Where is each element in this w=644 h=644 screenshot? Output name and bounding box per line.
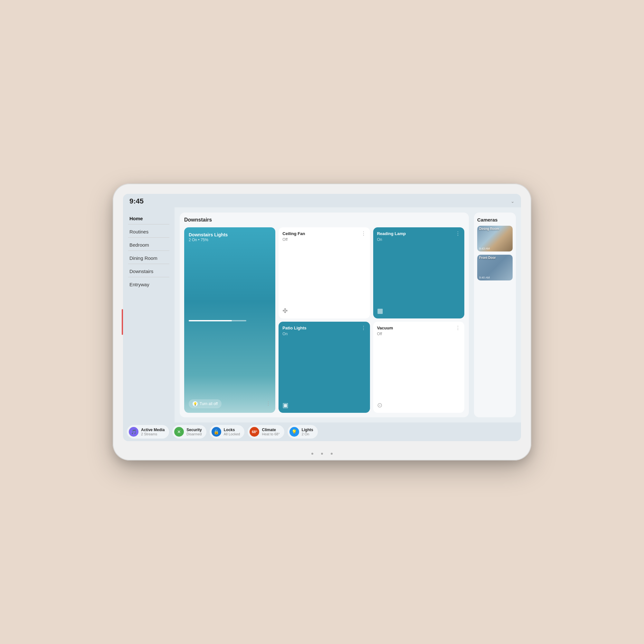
dining-room-camera-label: Dining Room (479, 227, 499, 231)
ceiling-fan-info: Ceiling Fan Off (282, 231, 305, 242)
brightness-slider[interactable] (189, 320, 246, 321)
media-label: Active Media (141, 428, 165, 432)
ceiling-fan-title: Ceiling Fan (282, 231, 305, 237)
lights-tile-status: 2 On • 75% (189, 238, 271, 242)
clock-display: 9:45 (129, 197, 144, 205)
climate-icon: 68° (250, 427, 259, 437)
lights-tile-title: Downstairs Lights (189, 232, 271, 238)
status-chip-media[interactable]: 🎵 Active Media 2 Streams (127, 425, 169, 439)
sidebar-item-downstairs[interactable]: Downstairs (123, 265, 175, 277)
status-chip-security[interactable]: ✕ Security Disarmed (172, 425, 206, 439)
sidebar-item-bedroom[interactable]: Bedroom (123, 239, 175, 251)
turn-all-off-label: Turn all off (200, 402, 218, 406)
camera-feed-front-door[interactable]: Front Door 9:40 AM (477, 255, 513, 280)
bulb-icon: 💡 (193, 401, 198, 406)
cameras-panel: Cameras Dining Room 9:43 AM Front Door 9… (474, 213, 516, 417)
tablet-dot-3 (331, 453, 333, 455)
main-layout: Home Routines Bedroom Dining Room Downst… (123, 207, 521, 422)
ceiling-fan-status: Off (282, 237, 305, 242)
vacuum-header: Vacuum Off (377, 326, 460, 336)
vacuum-info: Vacuum Off (377, 326, 393, 336)
patio-lights-menu-button[interactable] (361, 326, 366, 331)
tablet-dot-2 (321, 453, 323, 455)
tablet-device: 9:45 ⌄ Home Routines Bedroom Dining Room… (113, 184, 531, 460)
lamp-icon: ▦ (377, 307, 460, 315)
lights-tile-header: Downstairs Lights 2 On • 75% (189, 232, 271, 242)
reading-lamp-title: Reading Lamp (377, 231, 406, 237)
dining-room-camera-time: 9:43 AM (479, 247, 490, 250)
camera-feed-dining-room[interactable]: Dining Room 9:43 AM (477, 226, 513, 251)
ceiling-fan-menu-button[interactable] (361, 231, 366, 236)
turn-all-off-button[interactable]: 💡 Turn all off (189, 399, 222, 408)
tile-downstairs-lights[interactable]: Downstairs Lights 2 On • 75% 💡 Turn all … (184, 227, 275, 413)
security-value: Disarmed (186, 432, 202, 436)
lights-menu-button[interactable] (266, 401, 271, 406)
cameras-panel-title: Cameras (477, 217, 513, 223)
brightness-slider-fill (189, 320, 232, 321)
vacuum-icon: ⊙ (377, 401, 460, 409)
vacuum-menu-button[interactable] (455, 326, 460, 331)
reading-lamp-status: On (377, 237, 406, 242)
tiles-grid: Downstairs Lights 2 On • 75% 💡 Turn all … (184, 227, 464, 413)
sidebar-item-entryway[interactable]: Entryway (123, 279, 175, 290)
sidebar-item-dining-room[interactable]: Dining Room (123, 252, 175, 264)
lights-text: Lights 2 On (302, 428, 313, 436)
climate-value: Heat to 68° (262, 432, 279, 436)
locks-label: Locks (224, 428, 240, 432)
status-chip-lights[interactable]: 💡 Lights 2 On (288, 425, 318, 439)
climate-label: Climate (262, 428, 279, 432)
reading-lamp-menu-button[interactable] (455, 231, 460, 236)
sidebar-item-home[interactable]: Home (123, 213, 175, 224)
ceiling-fan-header: Ceiling Fan Off (282, 231, 366, 242)
reading-lamp-header: Reading Lamp On (377, 231, 460, 242)
climate-text: Climate Heat to 68° (262, 428, 279, 436)
sidebar: Home Routines Bedroom Dining Room Downst… (123, 207, 175, 422)
locks-text: Locks All Locked (224, 428, 240, 436)
status-chip-locks[interactable]: 🔒 Locks All Locked (210, 425, 245, 439)
front-door-camera-label: Front Door (479, 256, 496, 260)
patio-light-icon: ▣ (282, 401, 366, 409)
locks-value: All Locked (224, 432, 240, 436)
tablet-dots (311, 453, 333, 455)
security-icon: ✕ (174, 427, 184, 437)
vacuum-status: Off (377, 332, 393, 336)
chevron-down-icon[interactable]: ⌄ (511, 199, 515, 204)
media-text: Active Media 2 Streams (141, 428, 165, 436)
lights-value: 2 On (302, 432, 313, 436)
screen: 9:45 ⌄ Home Routines Bedroom Dining Room… (123, 194, 521, 441)
tile-patio-lights[interactable]: Patio Lights On ▣ (279, 322, 370, 413)
vacuum-title: Vacuum (377, 326, 393, 331)
status-bar: 🎵 Active Media 2 Streams ✕ Security Disa… (123, 422, 521, 441)
media-icon: 🎵 (129, 427, 138, 437)
media-value: 2 Streams (141, 432, 165, 436)
content-area: Downstairs Downstairs Lights 2 On • 75% (175, 207, 521, 422)
tile-vacuum[interactable]: Vacuum Off ⊙ (373, 322, 464, 413)
header: 9:45 ⌄ (123, 194, 521, 207)
security-text: Security Disarmed (186, 428, 202, 436)
tablet-dot-1 (311, 453, 313, 455)
lights-tile-bottom: 💡 Turn all off (189, 399, 271, 408)
patio-lights-info: Patio Lights On (282, 326, 306, 336)
front-door-camera-time: 9:40 AM (479, 276, 490, 279)
sidebar-item-routines[interactable]: Routines (123, 226, 175, 238)
lights-status-icon: 💡 (289, 427, 299, 437)
reading-lamp-info: Reading Lamp On (377, 231, 406, 242)
downstairs-panel: Downstairs Downstairs Lights 2 On • 75% (180, 213, 469, 417)
fan-icon: ✤ (282, 307, 366, 315)
patio-lights-title: Patio Lights (282, 326, 306, 331)
tile-reading-lamp[interactable]: Reading Lamp On ▦ (373, 227, 464, 318)
patio-lights-status: On (282, 332, 306, 336)
status-chip-climate[interactable]: 68° Climate Heat to 68° (248, 425, 284, 439)
lights-label: Lights (302, 428, 313, 432)
downstairs-panel-title: Downstairs (184, 217, 464, 223)
patio-lights-header: Patio Lights On (282, 326, 366, 336)
security-label: Security (186, 428, 202, 432)
tile-ceiling-fan[interactable]: Ceiling Fan Off ✤ (279, 227, 370, 318)
locks-icon: 🔒 (212, 427, 221, 437)
